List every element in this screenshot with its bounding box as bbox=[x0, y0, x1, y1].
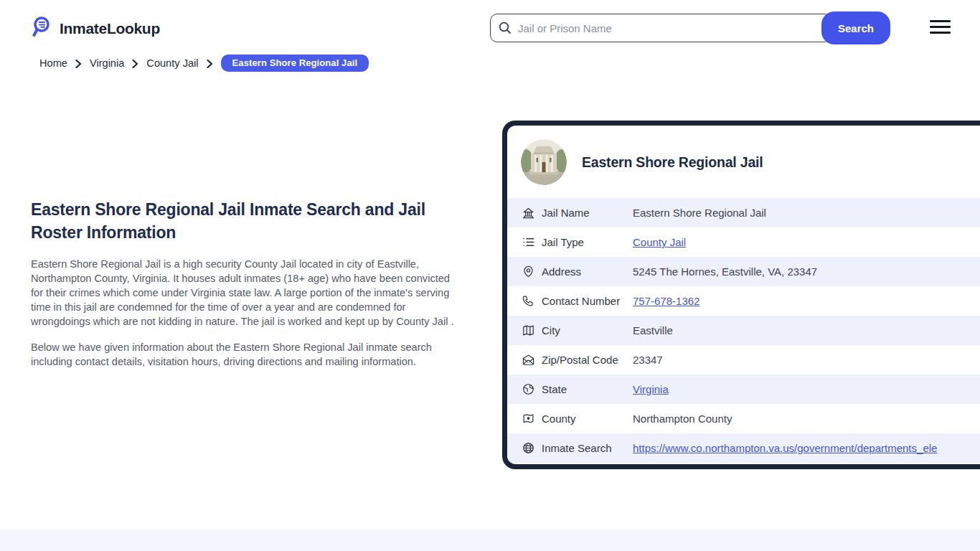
jail-photo bbox=[521, 139, 567, 185]
row-label: Address bbox=[542, 265, 633, 278]
brand-logo[interactable]: InmateLookup bbox=[29, 15, 160, 42]
globe-earth-icon bbox=[522, 382, 535, 396]
chevron-right-icon bbox=[132, 60, 138, 68]
bank-icon bbox=[522, 206, 535, 220]
map-location-icon bbox=[522, 412, 535, 425]
table-row-zip: Zip/Postal Code 23347 bbox=[507, 345, 980, 375]
row-label: Inmate Search bbox=[542, 442, 633, 454]
table-row-address: Address 5245 The Hornes, Eastville, VA, … bbox=[507, 257, 980, 286]
breadcrumb-home[interactable]: Home bbox=[39, 57, 67, 69]
table-row-county: County Northampton County bbox=[507, 404, 980, 433]
table-row-state: State Virginia bbox=[507, 375, 980, 404]
row-value: Northampton County bbox=[633, 413, 732, 425]
page-title: Eastern Shore Regional Jail Inmate Searc… bbox=[31, 198, 456, 244]
table-row-jail-type: Jail Type County Jail bbox=[507, 227, 980, 257]
table-row-contact: Contact Number 757-678-1362 bbox=[507, 286, 980, 316]
inmate-search-link[interactable]: https://www.co.northampton.va.us/governm… bbox=[633, 442, 937, 454]
phone-link[interactable]: 757-678-1362 bbox=[633, 295, 699, 307]
intro-paragraph: Eastern Shore Regional Jail is a high se… bbox=[31, 257, 456, 329]
table-row-inmate-search: Inmate Search https://www.co.northampton… bbox=[507, 433, 980, 463]
mail-icon bbox=[522, 353, 535, 367]
row-value: 23347 bbox=[633, 354, 663, 366]
breadcrumb-current-badge: Eastern Shore Regional Jail bbox=[221, 55, 369, 72]
magnifier-logo-icon bbox=[29, 15, 53, 42]
brand-name: InmateLookup bbox=[60, 20, 160, 37]
row-label: Jail Name bbox=[542, 207, 633, 219]
jail-title: Eastern Shore Regional Jail bbox=[582, 154, 763, 171]
list-icon bbox=[522, 235, 535, 249]
footer-strip bbox=[0, 529, 980, 551]
breadcrumb: Home Virginia County Jail Eastern Shore … bbox=[39, 55, 369, 72]
row-label: State bbox=[542, 383, 633, 395]
row-label: Contact Number bbox=[542, 295, 633, 307]
search-input[interactable] bbox=[490, 14, 831, 42]
map-icon bbox=[522, 324, 535, 337]
map-pin-icon bbox=[522, 265, 535, 278]
row-value: Eastville bbox=[633, 324, 673, 336]
article: Eastern Shore Regional Jail Inmate Searc… bbox=[31, 198, 456, 369]
globe-web-icon bbox=[522, 441, 535, 455]
jail-type-link[interactable]: County Jail bbox=[633, 236, 686, 248]
menu-icon[interactable] bbox=[930, 20, 951, 37]
search-icon bbox=[498, 21, 512, 38]
row-label: Jail Type bbox=[542, 236, 633, 248]
row-label: City bbox=[542, 324, 633, 336]
search-button[interactable]: Search bbox=[821, 11, 890, 44]
row-value: Eastern Shore Regional Jail bbox=[633, 207, 766, 219]
jail-info-card: Eastern Shore Regional Jail Jail Name Ea… bbox=[502, 121, 980, 469]
row-label: County bbox=[542, 413, 633, 425]
info-paragraph: Below we have given information about th… bbox=[31, 340, 456, 369]
state-link[interactable]: Virginia bbox=[633, 383, 669, 395]
chevron-right-icon bbox=[207, 60, 213, 68]
card-header: Eastern Shore Regional Jail bbox=[507, 126, 980, 198]
row-value: 5245 The Hornes, Eastville, VA, 23347 bbox=[633, 265, 817, 278]
table-row-jail-name: Jail Name Eastern Shore Regional Jail bbox=[507, 198, 980, 227]
phone-icon bbox=[522, 294, 535, 308]
search-bar: Search bbox=[490, 11, 890, 44]
breadcrumb-virginia[interactable]: Virginia bbox=[90, 57, 124, 69]
table-row-city: City Eastville bbox=[507, 316, 980, 345]
row-label: Zip/Postal Code bbox=[542, 354, 633, 366]
breadcrumb-county-jail[interactable]: County Jail bbox=[146, 57, 198, 69]
jail-details-table: Jail Name Eastern Shore Regional Jail Ja… bbox=[507, 198, 980, 463]
chevron-right-icon bbox=[75, 60, 82, 68]
